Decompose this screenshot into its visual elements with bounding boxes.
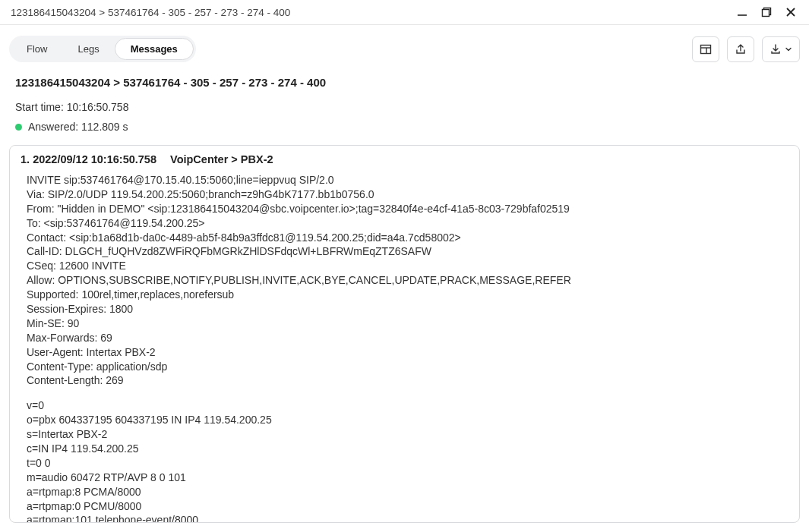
layout-icon bbox=[700, 43, 712, 55]
message-route: VoipCenter > PBX-2 bbox=[170, 153, 273, 165]
sip-line: To: <sip:537461764@119.54.200.25> bbox=[27, 216, 788, 231]
sip-line: m=audio 60472 RTP/AVP 8 0 101 bbox=[27, 471, 788, 485]
sip-line: o=pbx 604337195 604337195 IN IP4 119.54.… bbox=[27, 413, 788, 427]
sip-line: User-Agent: Intertax PBX-2 bbox=[27, 345, 788, 360]
sip-line: a=rtpmap:101 telephone-event/8000 bbox=[27, 513, 788, 522]
window-titlebar: 123186415043204 > 537461764 - 305 - 257 … bbox=[0, 0, 809, 25]
download-button[interactable] bbox=[762, 36, 800, 62]
sip-line: Via: SIP/2.0/UDP 119.54.200.25:5060;bran… bbox=[27, 187, 788, 202]
download-icon bbox=[769, 43, 782, 55]
message-header[interactable]: 1. 2022/09/12 10:16:50.758 VoipCenter > … bbox=[10, 146, 799, 173]
status-value: 112.809 s bbox=[81, 121, 128, 133]
message-panel: 1. 2022/09/12 10:16:50.758 VoipCenter > … bbox=[9, 145, 800, 523]
main-area: Flow Legs Messages 123186415043204 > 537… bbox=[0, 25, 809, 532]
status-dot-icon bbox=[15, 124, 22, 131]
sip-line: t=0 0 bbox=[27, 456, 788, 471]
tab-messages[interactable]: Messages bbox=[115, 38, 194, 60]
sip-line: INVITE sip:537461764@170.15.40.15:5060;l… bbox=[27, 173, 788, 187]
sip-line: Min-SE: 90 bbox=[27, 316, 788, 331]
minimize-button[interactable] bbox=[735, 5, 750, 20]
sip-line: a=rtpmap:8 PCMA/8000 bbox=[27, 485, 788, 499]
message-index: 1. bbox=[21, 153, 30, 165]
sip-line: From: "Hidden in DEMO" <sip:123186415043… bbox=[27, 202, 788, 216]
sip-line: Call-ID: DLGCH_fUQHVzd8ZWFiRQFbMGRkZHlDS… bbox=[27, 244, 788, 259]
sip-line: Allow: OPTIONS,SUBSCRIBE,NOTIFY,PUBLISH,… bbox=[27, 273, 788, 288]
svg-rect-5 bbox=[701, 45, 711, 53]
sip-line: v=0 bbox=[27, 398, 788, 413]
view-tabs: Flow Legs Messages bbox=[9, 36, 196, 62]
start-time-label: Start time: bbox=[15, 101, 64, 113]
sip-line: c=IN IP4 119.54.200.25 bbox=[27, 442, 788, 456]
message-timestamp: 2022/09/12 10:16:50.758 bbox=[33, 153, 156, 165]
close-button[interactable] bbox=[783, 5, 798, 20]
call-status: Answered: 112.809 s bbox=[15, 121, 800, 133]
tab-flow[interactable]: Flow bbox=[11, 38, 62, 60]
window-controls bbox=[735, 5, 798, 20]
call-heading: 123186415043204 > 537461764 - 305 - 257 … bbox=[15, 76, 800, 89]
sip-line: Session-Expires: 1800 bbox=[27, 302, 788, 316]
share-button[interactable] bbox=[727, 36, 754, 62]
toolbar: Flow Legs Messages bbox=[9, 36, 800, 62]
sip-line: Supported: 100rel,timer,replaces,norefer… bbox=[27, 288, 788, 302]
status-label: Answered: bbox=[28, 121, 78, 133]
sip-line: Contact: <sip:b1a68d1b-da0c-4489-ab5f-84… bbox=[27, 231, 788, 245]
message-body: INVITE sip:537461764@170.15.40.15:5060;l… bbox=[10, 173, 799, 522]
sip-line bbox=[27, 388, 788, 398]
sip-line: Max-Forwards: 69 bbox=[27, 331, 788, 345]
start-time-value: 10:16:50.758 bbox=[67, 101, 129, 113]
share-icon bbox=[735, 43, 747, 55]
toolbar-actions bbox=[692, 36, 800, 62]
layout-button[interactable] bbox=[692, 36, 719, 62]
sip-line: Content-Type: application/sdp bbox=[27, 360, 788, 374]
sip-line: Content-Length: 269 bbox=[27, 373, 788, 388]
sip-line: CSeq: 12600 INVITE bbox=[27, 259, 788, 273]
sip-line: s=Intertax PBX-2 bbox=[27, 427, 788, 442]
start-time: Start time: 10:16:50.758 bbox=[15, 101, 800, 113]
window-title: 123186415043204 > 537461764 - 305 - 257 … bbox=[11, 7, 290, 18]
tab-legs[interactable]: Legs bbox=[62, 38, 114, 60]
sip-line: a=rtpmap:0 PCMU/8000 bbox=[27, 499, 788, 514]
chevron-down-icon bbox=[785, 46, 792, 53]
svg-rect-2 bbox=[763, 10, 769, 17]
maximize-button[interactable] bbox=[759, 5, 774, 20]
